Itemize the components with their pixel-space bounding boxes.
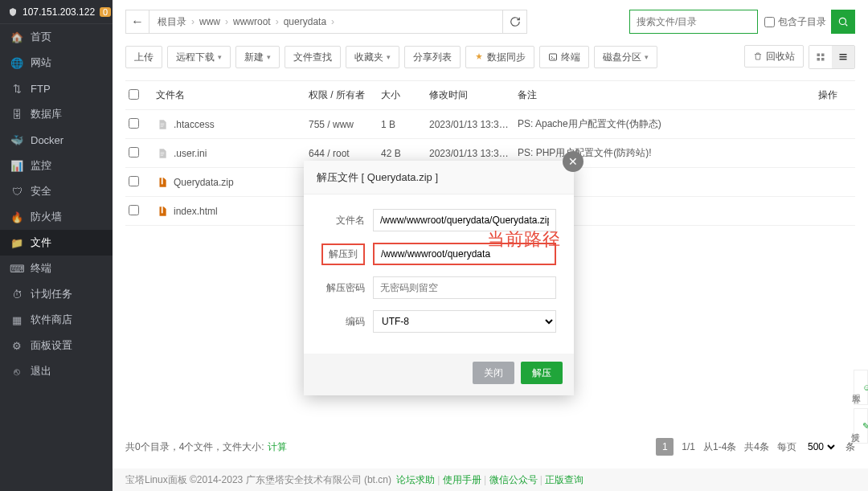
input-filename[interactable] (373, 209, 556, 231)
input-target[interactable] (373, 243, 556, 265)
label-encoding: 编码 (321, 315, 365, 329)
input-password[interactable] (373, 276, 556, 299)
select-encoding[interactable]: UTF-8 (373, 310, 556, 333)
modal-title: 解压文件 [ Querydata.zip ] (304, 161, 574, 194)
label-filename: 文件名 (321, 214, 365, 227)
label-password: 解压密码 (321, 281, 365, 295)
label-target: 解压到 (321, 243, 365, 265)
extract-modal: 解压文件 [ Querydata.zip ] ✕ 文件名 解压到 解压密码 编码… (304, 161, 574, 395)
modal-confirm-btn[interactable]: 解压 (521, 362, 563, 384)
modal-close-button[interactable]: ✕ (563, 151, 583, 172)
modal-close-btn[interactable]: 关闭 (473, 362, 514, 384)
